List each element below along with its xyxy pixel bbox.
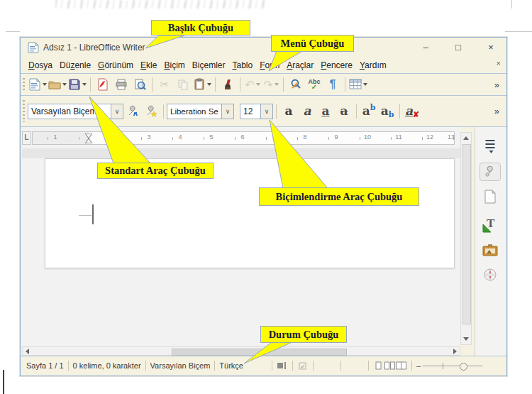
close-button[interactable]: × (480, 40, 501, 55)
spelling-button[interactable]: Abc ✓ (306, 76, 323, 93)
find-replace-button[interactable] (287, 76, 304, 93)
clear-formatting-button[interactable]: a✘ (404, 103, 421, 120)
menu-ekle[interactable]: Ekle (137, 59, 160, 72)
paste-button[interactable] (193, 76, 211, 93)
font-size-combo[interactable]: 12 (240, 104, 261, 119)
superscript-button[interactable]: ab (360, 103, 377, 120)
scroll-down-icon[interactable] (463, 337, 469, 341)
print-button[interactable] (113, 76, 130, 93)
dropdown-arrow-icon[interactable] (43, 83, 47, 86)
horizontal-scrollbar-thumb[interactable] (172, 349, 347, 356)
dropdown-arrow-icon[interactable] (82, 83, 87, 86)
scroll-right-icon[interactable] (453, 349, 457, 354)
paste-icon (193, 78, 206, 91)
close-document-icon[interactable]: × (497, 59, 501, 67)
sidebar-tab-properties[interactable] (480, 163, 501, 181)
dropdown-arrow-icon[interactable] (207, 83, 211, 86)
font-name-combo[interactable]: Liberation Serif (167, 104, 222, 119)
print-preview-button[interactable] (131, 76, 148, 93)
toolbar-separator (399, 104, 400, 119)
minimize-button[interactable]: – (415, 40, 436, 55)
font-name-dropdown[interactable]: ∨ (222, 104, 234, 119)
scroll-up-icon[interactable] (463, 136, 469, 140)
sidebar-tab-gallery[interactable] (482, 244, 498, 257)
clone-formatting-button[interactable] (219, 76, 236, 93)
horizontal-scrollbar[interactable] (22, 346, 460, 356)
zoom-slider-handle[interactable] (460, 363, 467, 371)
status-page-style[interactable]: Varsayılan Biçem (150, 361, 211, 370)
update-style-button[interactable] (124, 103, 141, 120)
navigator-compass-icon (483, 268, 497, 282)
subscript-button[interactable]: ab (379, 103, 396, 120)
menu-gorunum[interactable]: Görünüm (94, 59, 137, 72)
new-document-icon (28, 78, 41, 91)
pilcrow-icon: ¶ (330, 78, 336, 91)
insert-table-button[interactable] (349, 76, 367, 93)
vertical-scrollbar[interactable] (460, 132, 472, 345)
status-word-count[interactable]: 0 kelime, 0 karakter (73, 361, 141, 370)
formatting-marks-button[interactable]: ¶ (324, 76, 341, 93)
menu-bicemler[interactable]: Biçemler (189, 59, 229, 72)
status-page-number[interactable]: Sayfa 1 / 1 (26, 361, 64, 370)
toolbar-grip[interactable] (23, 78, 25, 91)
italic-icon: a (303, 105, 311, 117)
bold-button[interactable]: a (280, 103, 297, 120)
vertical-scrollbar-thumb[interactable] (462, 144, 471, 324)
new-document-button[interactable] (28, 76, 47, 93)
document-modified-icon[interactable] (297, 361, 309, 371)
indent-marker-icon[interactable] (85, 133, 92, 143)
title-bar[interactable]: Adsız 1 - LibreOffice Writer – □ × (21, 38, 506, 58)
zoom-slider[interactable] (423, 366, 482, 366)
strikethrough-button[interactable]: a (336, 103, 353, 120)
menu-duzenle[interactable]: Düzenle (56, 59, 94, 72)
sidebar-tab-styles[interactable]: T (482, 216, 498, 233)
clear-formatting-icon: a (405, 105, 413, 117)
superscript-b: b (370, 103, 376, 112)
maximize-button[interactable]: □ (448, 40, 469, 55)
ruler-number: 12 (426, 133, 433, 141)
sidebar-tab-navigator[interactable] (483, 268, 497, 282)
italic-button[interactable]: a (299, 103, 316, 120)
text-cursor (92, 204, 94, 224)
zoom-out-button[interactable]: – (416, 361, 421, 370)
paragraph-style-dropdown[interactable]: ∨ (111, 104, 123, 119)
menu-tablo[interactable]: Tablo (228, 59, 256, 72)
view-single-page-icon[interactable] (373, 361, 384, 371)
paragraph-style-combo[interactable]: Varsayılan Biçem (28, 104, 111, 119)
open-button[interactable] (48, 76, 67, 93)
dropdown-arrow-icon[interactable] (363, 83, 367, 86)
superscript-icon: a (362, 105, 370, 117)
underline-button[interactable]: a (317, 103, 334, 120)
toolbar-grip[interactable] (23, 100, 25, 122)
ruler-number: 2 (116, 133, 119, 141)
dropdown-arrow-icon[interactable] (62, 83, 67, 86)
save-button[interactable] (68, 76, 87, 93)
ruler-number: 5 (209, 133, 213, 141)
font-size-dropdown[interactable]: ∨ (261, 104, 273, 119)
menu-bicim[interactable]: Biçim (160, 59, 188, 72)
toolbar-overflow-button[interactable]: » (494, 106, 499, 116)
view-multi-page-icon[interactable] (384, 361, 396, 371)
callout-standard-toolbar: Standart Araç Çubuğu (97, 163, 214, 179)
menu-bar: Dosya Düzenle Görünüm Ekle Biçim Biçemle… (21, 58, 506, 74)
sidebar-settings-button[interactable] (486, 138, 495, 153)
menu-pencere[interactable]: Pencere (317, 59, 356, 72)
selection-mode-icon[interactable] (277, 361, 288, 371)
menu-dosya[interactable]: Dosya (25, 59, 56, 72)
font-size-value: 12 (243, 106, 253, 116)
sidebar-tab-page[interactable] (484, 190, 497, 204)
toolbar-separator (283, 77, 284, 92)
copy-icon (177, 79, 189, 90)
window-title: Adsız 1 - LibreOffice Writer (43, 38, 145, 58)
toolbar-overflow-button[interactable]: » (494, 80, 499, 90)
menu-form[interactable]: Form (256, 59, 283, 72)
status-language[interactable]: Türkçe (219, 361, 243, 370)
scroll-left-icon[interactable] (26, 349, 29, 354)
menu-yardim[interactable]: Yardım (356, 59, 390, 72)
view-book-icon[interactable] (396, 361, 407, 371)
tab-stop-selector[interactable]: L (22, 131, 31, 145)
new-style-button[interactable] (143, 103, 160, 120)
export-pdf-button[interactable] (94, 76, 111, 93)
menu-araclar[interactable]: Araçlar (283, 59, 317, 72)
redo-button: ↷ (262, 76, 279, 93)
